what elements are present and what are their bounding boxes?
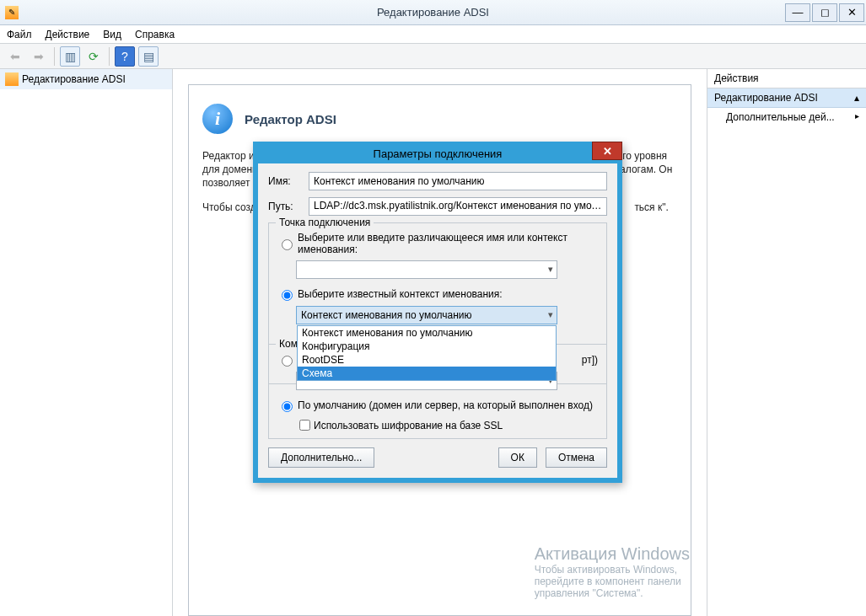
known-context-dropdown: Контекст именования по умолчанию Конфигу… (297, 325, 557, 381)
info-icon: i (202, 104, 233, 134)
titlebar: ✎ Редактирование ADSI — ◻ ✕ (0, 0, 866, 25)
activation-title: Активация Windows (535, 544, 690, 564)
menubar: Файл Действие Вид Справка (0, 25, 866, 44)
toolbar: ⬅ ➡ ▥ ⟳ ? ▤ (0, 44, 866, 69)
actions-section[interactable]: Редактирование ADSI ▴ (707, 88, 866, 108)
radio-server-label-tail: рт]) (582, 354, 598, 366)
name-row: Имя: (268, 172, 607, 190)
nav-forward-icon[interactable]: ➡ (29, 46, 49, 67)
path-row: Путь: LDAP://dc3.msk.pyatilistnik.org/Ко… (268, 197, 607, 216)
maximize-button[interactable]: ◻ (812, 3, 837, 22)
name-label: Имя: (268, 175, 309, 187)
actions-item-more[interactable]: Дополнительные дей... (707, 108, 866, 126)
known-context-combo[interactable]: Контекст именования по умолчанию Контекс… (296, 306, 557, 324)
actions-pane-title: Действия (707, 69, 866, 88)
radio-known-row: Выберите известный контекст именования: (277, 287, 598, 301)
activation-line3: перейдите в компонент панели (535, 576, 690, 587)
dialog-body: Имя: Путь: LDAP://dc3.msk.pyatilistnik.o… (258, 163, 617, 478)
nav-back-icon[interactable]: ⬅ (5, 46, 25, 67)
connection-settings-dialog: Параметры подключения ✕ Имя: Путь: LDAP:… (253, 142, 622, 483)
radio-dn-label: Выберите или введите различающееся имя и… (298, 232, 598, 255)
adsi-edit-icon (5, 72, 19, 86)
radio-default-row: По умолчанию (домен или сервер, на котор… (277, 399, 598, 412)
radio-known-label: Выберите известный контекст именования: (298, 288, 503, 300)
radio-dn-row: Выберите или введите различающееся имя и… (277, 232, 598, 255)
tree-pane: Редактирование ADSI (0, 69, 173, 616)
content-description2-tail: ться к". (634, 201, 668, 213)
tree-root-label: Редактирование ADSI (22, 73, 126, 85)
connection-point-group: Точка подключения Выберите или введите р… (268, 222, 607, 384)
path-value: LDAP://dc3.msk.pyatilistnik.org/Контекст… (309, 197, 607, 216)
dn-combo[interactable] (296, 260, 557, 279)
menu-file[interactable]: Файл (7, 29, 32, 40)
ok-button[interactable]: ОК (498, 447, 537, 468)
menu-action[interactable]: Действие (46, 29, 90, 40)
help-icon[interactable]: ? (115, 46, 135, 67)
ssl-row: Использовать шифрование на базе SSL (296, 417, 598, 433)
known-context-value: Контекст именования по умолчанию (301, 309, 472, 321)
radio-known[interactable] (282, 290, 293, 301)
actions-item-label: Дополнительные дей... (726, 111, 835, 123)
dialog-title: Параметры подключения (374, 147, 503, 160)
actions-section-label: Редактирование ADSI (714, 92, 818, 104)
radio-default[interactable] (282, 401, 293, 412)
dropdown-option[interactable]: RootDSE (298, 353, 556, 367)
toolbar-separator (54, 47, 55, 66)
menu-view[interactable]: Вид (103, 29, 121, 40)
dropdown-option[interactable]: Контекст именования по умолчанию (298, 326, 556, 340)
activation-line4: управления "Система". (535, 587, 690, 599)
show-hide-tree-icon[interactable]: ▥ (60, 46, 80, 67)
dialog-titlebar: Параметры подключения ✕ (253, 142, 622, 163)
collapse-icon: ▴ (854, 92, 859, 104)
window-title: Редактирование ADSI (0, 6, 866, 19)
actions-pane: Действия Редактирование ADSI ▴ Дополните… (707, 69, 866, 616)
toolbar-separator (109, 47, 110, 66)
app-icon: ✎ (5, 6, 19, 19)
activation-line2: Чтобы активировать Windows, (535, 564, 690, 576)
dialog-buttons: Дополнительно... ОК Отмена (268, 447, 607, 468)
minimize-button[interactable]: — (785, 3, 810, 22)
properties-icon[interactable]: ▤ (138, 46, 159, 67)
spacer (383, 447, 489, 468)
content-header: Редактор ADSI (245, 112, 336, 126)
ssl-label: Использовать шифрование на базе SSL (314, 420, 503, 431)
dialog-close-button[interactable]: ✕ (592, 142, 622, 160)
advanced-button[interactable]: Дополнительно... (268, 447, 374, 468)
activation-watermark: Активация Windows Чтобы активировать Win… (535, 544, 690, 599)
close-button[interactable]: ✕ (839, 3, 864, 22)
path-label: Путь: (268, 201, 309, 212)
dropdown-option[interactable]: Схема (298, 367, 556, 380)
refresh-icon[interactable]: ⟳ (83, 46, 104, 67)
menu-help[interactable]: Справка (135, 29, 175, 40)
dropdown-option[interactable]: Конфигурация (298, 340, 556, 353)
tree-root-item[interactable]: Редактирование ADSI (0, 69, 172, 89)
connection-point-group-title: Точка подключения (276, 217, 374, 228)
cancel-button[interactable]: Отмена (546, 447, 607, 468)
radio-default-label: По умолчанию (домен или сервер, на котор… (298, 399, 593, 411)
radio-dn[interactable] (282, 239, 293, 250)
content-header-row: i Редактор ADSI (202, 104, 677, 134)
window-controls: — ◻ ✕ (785, 3, 866, 22)
radio-server[interactable] (282, 356, 293, 367)
ssl-checkbox[interactable] (299, 420, 310, 431)
name-input[interactable] (309, 172, 607, 190)
